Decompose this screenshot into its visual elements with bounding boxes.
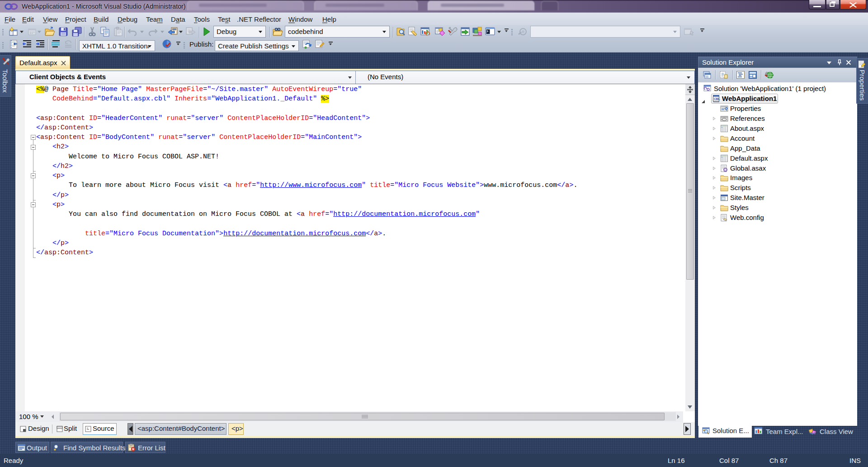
svg-text:CBL: CBL xyxy=(714,97,720,100)
